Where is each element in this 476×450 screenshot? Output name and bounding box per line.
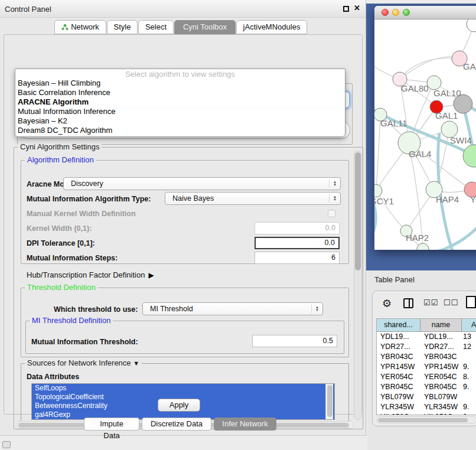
table-cell: 9. <box>462 362 476 372</box>
network-edge[interactable] <box>433 225 476 250</box>
float-panel-icon[interactable] <box>343 6 349 12</box>
control-panel-title: Control Panel <box>5 5 51 14</box>
table-horizontal-scrollbar[interactable] <box>376 416 476 423</box>
aracne-mode-combo[interactable]: Discovery ▲▼ <box>63 177 341 190</box>
node-label: GAL4 <box>409 149 431 159</box>
tab-infer-network[interactable]: Infer Network <box>214 418 276 431</box>
table-cell <box>462 392 476 402</box>
table-cell: YPR145W <box>377 362 420 372</box>
hub-definition-toggle[interactable]: Hub/Transcription Factor Definition▶ <box>27 270 154 279</box>
manual-kernel-label: Manual Kernel Width Definition <box>27 210 136 218</box>
table-panel: ⚙ ☑☑ ☐☐ shared...nameAYDL19...YDL19...13… <box>372 291 476 426</box>
table-cell: 12 <box>462 342 476 352</box>
table-cell: 8. <box>462 372 476 382</box>
table-cell: YER054C <box>377 372 420 382</box>
table-row[interactable]: YLR345WYLR345W9. <box>377 402 476 412</box>
dpi-tolerance-input[interactable]: 0.0 <box>255 237 340 249</box>
table-cell: YBL079W <box>377 392 420 402</box>
table-cell: 9 <box>462 412 476 415</box>
algorithm-option[interactable]: Bayesian – K2 <box>15 116 345 126</box>
table-row[interactable]: YDL19...YDL19...13 <box>377 332 476 342</box>
table-row[interactable]: YBL079WYBL079W <box>377 392 476 402</box>
combo-stepper-icon: ▲▼ <box>311 305 319 313</box>
table-cell: YDR27... <box>420 342 462 352</box>
table-cell: YBR045C <box>420 382 462 392</box>
collapse-right-icon: ▶ <box>148 271 154 279</box>
window-close-button[interactable] <box>382 9 389 16</box>
gear-icon[interactable]: ⚙ <box>382 297 392 310</box>
node-label: GCY1 <box>374 196 394 206</box>
node-label: GAL10 <box>433 88 461 98</box>
network-edge[interactable] <box>402 58 461 77</box>
table-row[interactable]: YPR145WYPR145W9. <box>377 362 476 372</box>
tab-discretize-data[interactable]: Discretize Data <box>142 418 211 431</box>
table-row[interactable]: YBR043CYBR043C <box>377 352 476 362</box>
tab-network[interactable]: Network <box>54 20 106 34</box>
cyni-toolbox-content: gal-filtered sif default node Cyni Algor… <box>4 34 363 415</box>
apply-button[interactable]: Apply <box>158 399 200 412</box>
algorithm-option[interactable]: ARACNE Algorithm <box>15 97 345 107</box>
network-node[interactable] <box>467 19 476 32</box>
algorithm-option[interactable]: Mutual Information Inference <box>15 107 345 116</box>
control-panel-titlebar: Control Panel ✕ <box>0 0 366 18</box>
algorithm-option[interactable]: Bayesian – Hill Climbing <box>15 79 345 88</box>
column-header[interactable]: name <box>420 319 462 331</box>
table-row[interactable]: YBR045CYBR045C9. <box>377 382 476 392</box>
table-cell <box>462 352 476 362</box>
sources-group-title[interactable]: Sources for Network Inference ▼ <box>25 358 142 367</box>
table-cell: YDR27... <box>377 342 420 352</box>
table-cell: YBR043C <box>420 352 462 362</box>
node-table[interactable]: shared...nameAYDL19...YDL19...13YDR27...… <box>376 318 476 415</box>
which-threshold-combo[interactable]: MI Threshold ▲▼ <box>142 302 323 315</box>
column-header[interactable]: shared... <box>377 319 420 331</box>
column-header[interactable]: A <box>462 319 476 331</box>
manual-kernel-checkbox[interactable] <box>328 210 335 217</box>
algorithm-option[interactable]: Dream8 DC_TDC Algorithm <box>15 126 345 135</box>
node-label: Y <box>470 194 476 204</box>
tab-style[interactable]: Style <box>107 20 138 34</box>
network-icon <box>61 24 69 31</box>
tab-cyni-toolbox[interactable]: Cyni Toolbox <box>174 20 236 34</box>
dropdown-placeholder: Select algorithm to view settings <box>15 70 345 79</box>
mi-steps-label: Mutual Information Steps: <box>27 254 118 262</box>
table-cell: YBR045C <box>377 382 420 392</box>
mi-steps-input[interactable]: 6 <box>255 252 340 264</box>
network-node[interactable] <box>417 243 429 250</box>
which-threshold-label: Which threshold to use: <box>54 305 138 314</box>
algorithm-definition-title: Algorithm Definition <box>25 155 96 164</box>
tab-select[interactable]: Select <box>138 20 174 34</box>
table-cell: YDL19... <box>377 332 420 342</box>
tab-jactivemnodules[interactable]: jActiveMNodules <box>236 20 307 34</box>
tab-impute-data[interactable]: Impute Data <box>84 418 139 431</box>
table-cell: YIL052C <box>377 412 420 415</box>
table-row[interactable]: YER054CYER054C8. <box>377 372 476 382</box>
algorithm-option[interactable]: Basic Correlation Inference <box>15 88 345 97</box>
bottom-tabbar: Impute DataDiscretize DataInfer Network <box>0 418 366 432</box>
kernel-width-input[interactable]: 0.0 <box>255 222 340 234</box>
network-window-titlebar <box>374 6 476 19</box>
attribute-list-scrollbar[interactable] <box>325 384 333 419</box>
table-row[interactable]: YDR27...YDR27...12 <box>377 342 476 352</box>
table-cell: YLR345W <box>377 402 420 412</box>
window-minimize-button[interactable] <box>392 9 399 16</box>
deselect-all-checkboxes-icon[interactable]: ☐☐ <box>444 298 458 307</box>
export-table-icon[interactable] <box>466 296 476 308</box>
table-row[interactable]: YIL052CYIL052C9 <box>377 412 476 415</box>
attribute-item[interactable]: SelfLoops <box>32 384 334 393</box>
settings-vertical-scrollbar[interactable] <box>354 151 362 420</box>
table-cell: YBR043C <box>377 352 420 362</box>
select-all-checkboxes-icon[interactable]: ☑☑ <box>423 298 438 307</box>
dpi-tolerance-label: DPI Tolerance [0,1]: <box>27 239 95 247</box>
close-icon[interactable]: ✕ <box>354 4 360 12</box>
network-node[interactable] <box>374 184 382 197</box>
mi-type-combo[interactable]: Naive Bayes ▲▼ <box>165 192 341 205</box>
node-label: HAP2 <box>406 233 429 243</box>
expand-down-icon: ▼ <box>133 360 139 367</box>
mi-threshold-input[interactable]: 0.5 <box>252 335 337 347</box>
network-graph[interactable]: GALGAL80GAL10GAL1GAL11SWI4GAL4GCY1HAP4YH… <box>374 19 476 250</box>
columns-icon[interactable] <box>403 298 413 308</box>
minimized-panel-icon[interactable] <box>2 441 11 448</box>
network-node[interactable] <box>463 145 476 167</box>
window-zoom-button[interactable] <box>403 9 410 16</box>
network-edge[interactable] <box>376 116 380 190</box>
